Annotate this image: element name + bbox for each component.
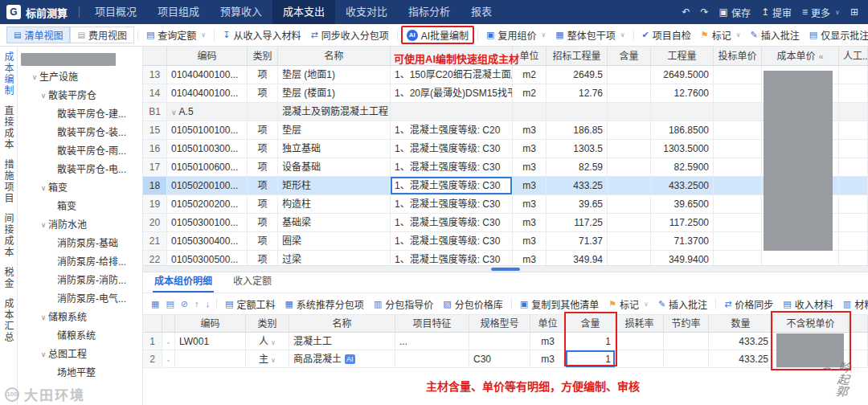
table-cell-bid_qty[interactable]: 2649.5 bbox=[547, 66, 608, 84]
table-cell-content[interactable] bbox=[608, 195, 651, 213]
column-header-num[interactable] bbox=[143, 47, 167, 65]
table-cell-extra[interactable] bbox=[839, 121, 868, 139]
tab-income-quota[interactable]: 收入定额 bbox=[231, 270, 273, 292]
more-button[interactable]: ≡更多∨ bbox=[802, 6, 840, 19]
table-cell-bid_qty[interactable]: 433.25 bbox=[547, 177, 608, 194]
table-cell-icon[interactable]: ▪ bbox=[162, 350, 175, 367]
table-cell-type[interactable]: 项 bbox=[248, 121, 278, 139]
column-header-name[interactable]: 名称 bbox=[278, 47, 391, 65]
column-header-loss[interactable]: 损耗率 bbox=[616, 315, 664, 332]
column-header-qty[interactable]: 工程量 bbox=[651, 47, 714, 65]
table-cell-type[interactable]: 主∨ bbox=[246, 350, 289, 367]
table-cell-feature[interactable]: 1、20厚(最薄处)DSM15找平,砂浆... bbox=[391, 84, 513, 102]
toolbar-button[interactable]: ▤查询定额∨ bbox=[141, 27, 211, 43]
topbar-menu-item[interactable]: 指标分析 bbox=[398, 0, 461, 24]
table-cell-code[interactable]: 01050200100... bbox=[167, 177, 248, 194]
toolbar-button[interactable]: ⚑标记∨ bbox=[696, 27, 746, 43]
table-cell-spec[interactable] bbox=[469, 333, 530, 350]
table-cell-name[interactable]: 构造柱 bbox=[278, 195, 391, 213]
table-cell-type[interactable]: 项 bbox=[248, 177, 278, 194]
table-cell-qty[interactable]: 1303.5000 bbox=[651, 140, 714, 158]
table-cell-bid_qty[interactable]: 1303.5 bbox=[547, 140, 608, 158]
table-cell-qty[interactable]: 12.7600 bbox=[651, 84, 714, 102]
table-cell-bid_qty[interactable]: 71.37 bbox=[547, 232, 608, 250]
table-cell-name[interactable]: 垫层 (地面1) bbox=[278, 66, 391, 84]
toolbar-button[interactable]: ▣复制到其他清单 bbox=[515, 296, 604, 313]
table-cell-num[interactable]: 18 bbox=[143, 177, 167, 194]
table-cell-code[interactable]: 01050100300... bbox=[167, 140, 248, 158]
column-header-content[interactable]: 含量 bbox=[608, 47, 651, 65]
table-cell-name[interactable]: 混凝土及钢筋混凝土工程 bbox=[278, 103, 391, 121]
toolbar-button[interactable]: ✔项目自检 bbox=[637, 27, 696, 43]
table-cell-unit[interactable]: m3 bbox=[513, 251, 547, 265]
column-header-type[interactable]: 类别 bbox=[248, 47, 278, 65]
grid-icon-button[interactable]: ▦ bbox=[148, 299, 162, 309]
table-cell-bid_qty[interactable]: 12.76 bbox=[547, 84, 608, 102]
toolbar-button[interactable]: ▣复用组价∨ bbox=[481, 27, 551, 43]
move-up-button[interactable]: ↑ bbox=[191, 299, 203, 309]
table-cell-num[interactable]: 19 bbox=[143, 195, 167, 213]
table-cell-code[interactable]: 01040400100... bbox=[167, 66, 248, 84]
tree-item[interactable] bbox=[18, 50, 142, 68]
table-cell-code[interactable]: LW001 bbox=[175, 333, 246, 350]
tree-item[interactable]: 场地平整 bbox=[18, 364, 142, 382]
table-cell-bid_price[interactable] bbox=[714, 140, 762, 158]
table-cell-bid_qty[interactable]: 117.25 bbox=[547, 214, 608, 231]
table-cell-num[interactable]: 22 bbox=[143, 251, 167, 265]
table-cell-num[interactable]: 20 bbox=[143, 214, 167, 231]
table-cell-bid_price[interactable] bbox=[714, 251, 762, 265]
table-cell-name[interactable]: 商品混凝土AI bbox=[289, 350, 395, 367]
table-cell-name[interactable]: 垫层 (楼面1) bbox=[278, 84, 391, 102]
delete-icon-button[interactable]: ⊘ bbox=[178, 299, 191, 309]
table-cell-name[interactable]: 独立基础 bbox=[278, 140, 391, 158]
tree-item[interactable]: 散装平房仓-雨... bbox=[18, 142, 142, 161]
toolbar-button[interactable]: ▤定额工料 bbox=[220, 296, 280, 313]
table-cell-feature[interactable]: 1、混凝土强度等级: C30 bbox=[391, 251, 513, 265]
table-cell-feature[interactable]: 1、混凝土强度等级: C30 bbox=[391, 232, 513, 250]
tree-item[interactable]: 消防泵房-消防... bbox=[18, 272, 142, 290]
tree-item[interactable]: 散装平房仓-建... bbox=[18, 105, 142, 124]
table-cell-unit[interactable]: m2 bbox=[513, 84, 547, 102]
table-cell-type[interactable]: 项 bbox=[248, 66, 278, 84]
tab-list-view[interactable]: ▤清单视图 bbox=[6, 27, 70, 43]
tab-fee-view[interactable]: ▤费用视图 bbox=[70, 27, 133, 43]
column-header-qty[interactable]: 数量 bbox=[709, 315, 773, 332]
table-cell-rest[interactable] bbox=[849, 333, 868, 350]
table-cell-content[interactable] bbox=[608, 158, 651, 176]
side-tab[interactable]: 直接成本 bbox=[2, 105, 15, 150]
side-tab[interactable]: 税金 bbox=[2, 267, 15, 289]
table-cell-feature[interactable] bbox=[395, 350, 469, 367]
table-cell-extra[interactable] bbox=[839, 103, 868, 121]
column-header-code[interactable]: 编码 bbox=[175, 315, 246, 332]
toolbar-button[interactable]: ▥材料价格 bbox=[838, 296, 868, 313]
table-cell-extra[interactable] bbox=[839, 158, 868, 176]
table-cell-bid_price[interactable] bbox=[714, 232, 762, 250]
tree-item[interactable]: 散装平房仓-装... bbox=[18, 124, 142, 142]
table-cell-type[interactable]: 项 bbox=[248, 232, 278, 250]
toolbar-button[interactable]: ▤收入材料 bbox=[778, 296, 837, 313]
topbar-menu-item[interactable]: 成本支出 bbox=[272, 0, 335, 24]
column-header-bid_price[interactable]: 投标单价 bbox=[714, 47, 762, 65]
table-cell-num[interactable]: 14 bbox=[143, 84, 167, 102]
toolbar-button[interactable]: ↧从收入导入材料 bbox=[218, 27, 305, 43]
table-cell-name[interactable]: 圈梁 bbox=[278, 232, 391, 250]
table-cell-content[interactable] bbox=[608, 214, 651, 231]
table-cell-content[interactable] bbox=[608, 177, 651, 194]
table-cell-content[interactable] bbox=[608, 84, 651, 102]
table-cell-icon[interactable]: ▪ bbox=[162, 333, 175, 350]
tree-item[interactable]: 消防泵房-基础 bbox=[18, 235, 142, 253]
table-cell-code[interactable]: 01050300500... bbox=[167, 251, 248, 265]
table-cell-extra[interactable] bbox=[839, 140, 868, 158]
tree-item[interactable]: 消防泵房-给排... bbox=[18, 253, 142, 272]
table-cell-feature[interactable]: 1、混凝土强度等级: C30 bbox=[391, 158, 513, 176]
table-cell-content[interactable] bbox=[608, 66, 651, 84]
tree-item[interactable]: 消防泵房-电气... bbox=[18, 290, 142, 309]
table-cell-num[interactable]: 17 bbox=[143, 158, 167, 176]
table-cell-extra[interactable] bbox=[839, 84, 868, 102]
tree-item[interactable]: 箱变 bbox=[18, 198, 142, 216]
table-cell-qty[interactable]: 433.25 bbox=[709, 350, 773, 367]
column-header-spec[interactable]: 规格型号 bbox=[469, 315, 530, 332]
table-cell-bid_qty[interactable]: 82.59 bbox=[547, 158, 608, 176]
table-cell-bid_price[interactable] bbox=[714, 214, 762, 231]
table-cell-qty[interactable]: 433.25 bbox=[709, 333, 773, 350]
